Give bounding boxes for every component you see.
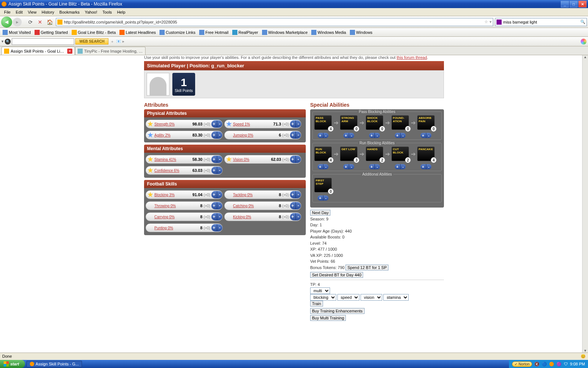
bookmark-label: Windows: [356, 30, 373, 35]
back-button[interactable]: ◄: [1, 17, 12, 28]
folder-icon: [3, 30, 8, 35]
tab-active[interactable]: Assign Skill Points - Goal Line Blit... …: [1, 47, 75, 55]
page-icon: [232, 30, 237, 35]
page-icon: [199, 30, 204, 35]
yahoo-search-icon: [496, 20, 502, 25]
tab-label: TinyPic - Free Image Hosting, Photo Sh..…: [84, 49, 143, 53]
window-titlebar: Assign Skill Points - Goal Line Blitz - …: [0, 0, 588, 8]
menu-edit[interactable]: Edit: [13, 9, 25, 15]
menu-file[interactable]: File: [1, 9, 13, 15]
bookmark-item[interactable]: RealPlayer: [231, 29, 259, 36]
bookmark-label: Customize Links: [166, 30, 196, 35]
rss-icon: [119, 30, 125, 35]
page-icon: [159, 30, 165, 35]
bookmark-item[interactable]: Goal Line Blitz - Beta: [71, 29, 117, 36]
toolbar-more-icon[interactable]: ▸: [122, 39, 125, 44]
browser-search-box[interactable]: miss barnegat light 🔍: [495, 18, 587, 26]
yahoo-toolbar: ▾ 🔍 WEB SEARCH + 📧 ▸: [0, 37, 588, 46]
web-search-button[interactable]: WEB SEARCH: [75, 38, 108, 45]
url-text: http://goallineblitz.com/game/skill_poin…: [64, 20, 177, 24]
toolbar-menu-icon[interactable]: ▾: [1, 39, 4, 44]
url-bar[interactable]: http://goallineblitz.com/game/skill_poin…: [56, 18, 493, 26]
menu-tools[interactable]: Tools: [100, 9, 115, 15]
window-title: Assign Skill Points - Goal Line Blitz - …: [8, 1, 122, 7]
bookmark-label: RealPlayer: [239, 30, 258, 35]
tab-close-icon[interactable]: ✕: [67, 49, 72, 54]
search-provider-icon[interactable]: 🔍: [5, 39, 11, 45]
bookmark-item[interactable]: Getting Started: [33, 29, 69, 36]
bookmark-item[interactable]: Free Hotmail: [198, 29, 230, 36]
bookmark-item[interactable]: Most Visited: [1, 29, 32, 36]
bookmark-label: Goal Line Blitz - Beta: [78, 30, 116, 35]
bookmark-label: Windows Marketplace: [268, 30, 308, 35]
tab-favicon-icon: [4, 49, 9, 54]
site-favicon-icon: [57, 20, 62, 25]
bookmark-label: Getting Started: [41, 30, 68, 35]
bookmark-item[interactable]: Latest Headlines: [118, 29, 157, 36]
bookmark-item[interactable]: Customize Links: [158, 29, 197, 36]
page-icon: [35, 30, 40, 35]
bookmark-label: Windows Media: [318, 30, 346, 35]
close-button[interactable]: ✕: [578, 1, 587, 7]
forward-button[interactable]: ►: [13, 18, 22, 26]
maximize-button[interactable]: □: [570, 1, 578, 7]
tab-favicon-icon: [78, 49, 83, 54]
search-text: miss barnegat light: [503, 20, 537, 24]
bookmark-item[interactable]: Windows Media: [310, 29, 347, 36]
bookmarks-toolbar: Most Visited Getting Started Goal Line B…: [0, 28, 588, 37]
url-dropdown-icon[interactable]: ▾: [490, 20, 492, 24]
bookmark-item[interactable]: Windows Marketplace: [261, 29, 309, 36]
page-icon: [350, 30, 355, 35]
bookmark-label: Latest Headlines: [126, 30, 156, 35]
bookmark-label: Free Hotmail: [205, 30, 229, 35]
firefox-icon: [1, 1, 7, 7]
menu-history[interactable]: History: [39, 9, 57, 15]
menu-yahoo[interactable]: Yahoo!: [82, 9, 100, 15]
tab-inactive[interactable]: TinyPic - Free Image Hosting, Photo Sh..…: [75, 47, 146, 55]
bookmark-label: Most Visited: [9, 30, 31, 35]
stop-button[interactable]: ✕: [36, 18, 44, 26]
menu-bookmarks[interactable]: Bookmarks: [57, 9, 82, 15]
page-icon: [72, 30, 77, 35]
reload-button[interactable]: ⟳: [26, 18, 35, 26]
search-go-icon[interactable]: 🔍: [580, 20, 585, 24]
toolbar-add-icon[interactable]: +: [111, 39, 113, 44]
toolbar-settings-icon[interactable]: [581, 39, 587, 45]
bookmark-star-icon[interactable]: ☆: [484, 20, 488, 24]
minimize-button[interactable]: _: [561, 1, 569, 7]
menu-view[interactable]: View: [25, 9, 39, 15]
tab-strip: Assign Skill Points - Goal Line Blit... …: [0, 46, 588, 55]
tab-label: Assign Skill Points - Goal Line Blit...: [11, 49, 66, 53]
navigation-toolbar: ◄ ► ⟳ ✕ 🏠 http://goallineblitz.com/game/…: [0, 16, 588, 28]
toolbar-mail-icon[interactable]: 📧: [116, 39, 121, 44]
menu-bar: File Edit View History Bookmarks Yahoo! …: [0, 8, 588, 16]
page-icon: [262, 30, 267, 35]
yahoo-search-input[interactable]: [12, 38, 74, 45]
page-icon: [311, 30, 316, 35]
bookmark-item[interactable]: Windows: [349, 29, 374, 36]
home-button[interactable]: 🏠: [45, 18, 54, 26]
menu-help[interactable]: Help: [114, 9, 128, 15]
